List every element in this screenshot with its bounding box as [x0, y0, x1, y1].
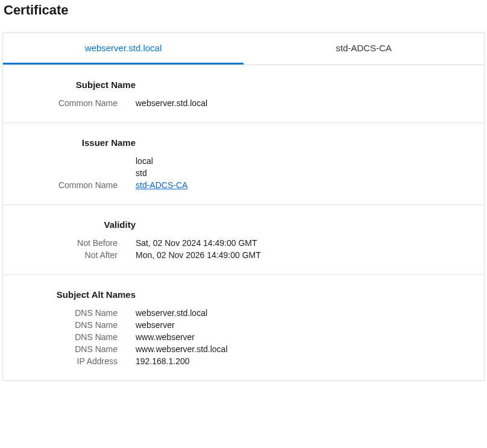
- issuer-link[interactable]: std-ADCS-CA: [136, 180, 187, 190]
- field-value: std-ADCS-CA: [136, 180, 187, 190]
- field-value: Sat, 02 Nov 2024 14:49:00 GMT: [136, 238, 257, 248]
- section-heading: Validity: [15, 219, 136, 230]
- field-row: local: [15, 156, 472, 166]
- field-label: Common Name: [15, 98, 136, 108]
- field-label: DNS Name: [15, 308, 136, 318]
- field-label: IP Address: [15, 356, 136, 366]
- field-row: IP Address 192.168.1.200: [15, 356, 472, 366]
- field-value: webserver.std.local: [136, 98, 207, 108]
- field-label: Not Before: [15, 238, 136, 248]
- tab-subject-cert[interactable]: webserver.std.local: [3, 33, 244, 65]
- field-label: DNS Name: [15, 332, 136, 342]
- tabs: webserver.std.local std-ADCS-CA: [3, 33, 484, 65]
- section-subject-name: Subject Name Common Name webserver.std.l…: [3, 65, 484, 123]
- field-value: std: [136, 168, 147, 178]
- field-row: DNS Name webserver: [15, 320, 472, 330]
- field-label: DNS Name: [15, 320, 136, 330]
- field-label: Not After: [15, 250, 136, 260]
- field-row: DNS Name www.webserver.std.local: [15, 344, 472, 354]
- field-row: Not Before Sat, 02 Nov 2024 14:49:00 GMT: [15, 238, 472, 248]
- field-value: local: [136, 156, 153, 166]
- field-value: 192.168.1.200: [136, 356, 190, 366]
- field-value: webserver: [136, 320, 175, 330]
- page-title: Certificate: [2, 2, 485, 18]
- field-row: Not After Mon, 02 Nov 2026 14:49:00 GMT: [15, 250, 472, 260]
- field-label: DNS Name: [15, 344, 136, 354]
- field-value: webserver.std.local: [136, 308, 207, 318]
- section-heading: Subject Alt Names: [15, 289, 136, 300]
- field-row: Common Name std-ADCS-CA: [15, 180, 472, 190]
- tab-issuer-cert[interactable]: std-ADCS-CA: [244, 33, 484, 65]
- field-row: DNS Name webserver.std.local: [15, 308, 472, 318]
- field-value: www.webserver: [136, 332, 195, 342]
- section-heading: Subject Name: [15, 80, 136, 90]
- section-subject-alt-names: Subject Alt Names DNS Name webserver.std…: [3, 275, 484, 380]
- field-row: std: [15, 168, 472, 178]
- field-label: Common Name: [15, 180, 136, 190]
- certificate-panel: webserver.std.local std-ADCS-CA Subject …: [2, 33, 485, 381]
- section-heading: Issuer Name: [15, 137, 136, 148]
- field-row: DNS Name www.webserver: [15, 332, 472, 342]
- section-issuer-name: Issuer Name local std Common Name std-AD…: [3, 123, 484, 205]
- field-value: www.webserver.std.local: [136, 344, 228, 354]
- section-validity: Validity Not Before Sat, 02 Nov 2024 14:…: [3, 205, 484, 275]
- field-value: Mon, 02 Nov 2026 14:49:00 GMT: [136, 250, 261, 260]
- field-row: Common Name webserver.std.local: [15, 98, 472, 108]
